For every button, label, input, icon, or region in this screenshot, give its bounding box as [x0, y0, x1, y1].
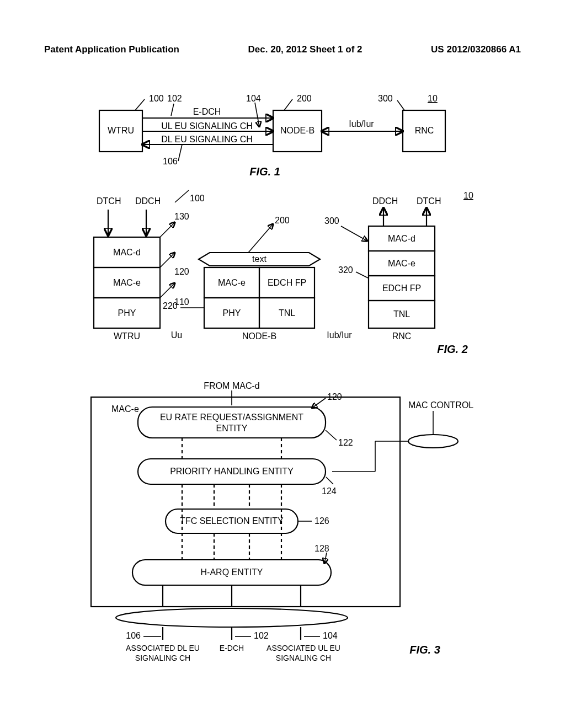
ddch-r: DDCH: [372, 196, 398, 206]
rnc-label: RNC: [415, 126, 434, 135]
ul-label: UL EU SIGNALING CH: [161, 121, 253, 131]
ref-200: 200: [297, 94, 312, 103]
ul-ch-2: SIGNALING CH: [276, 654, 331, 662]
from-macd: FROM MAC-d: [204, 381, 259, 390]
wtru-mace: MAC-e: [113, 278, 141, 287]
ref-106: 106: [163, 157, 178, 166]
dl-label: DL EU SIGNALING CH: [161, 135, 253, 144]
ref-120-c: 120: [327, 392, 342, 402]
fig2-title: FIG. 2: [437, 343, 468, 355]
mace-label: MAC-e: [111, 404, 139, 414]
svg-line-6: [171, 104, 174, 116]
rnc-edchfp: EDCH FP: [382, 283, 421, 293]
nodeb-bottom: NODE-B: [242, 331, 276, 341]
figure-2: MAC-d MAC-e PHY WTRU DTCH DDCH 130 120 1…: [66, 182, 497, 366]
ddch-l: DDCH: [135, 196, 161, 206]
dl-ch-1: ASSOCIATED DL EU: [126, 644, 200, 652]
ref-124: 124: [322, 486, 337, 496]
rnc-mace: MAC-e: [388, 259, 415, 268]
ref-102-c: 102: [254, 631, 269, 640]
nb-edchfp: EDCH FP: [268, 278, 306, 287]
uu-label: Uu: [171, 330, 182, 340]
svg-point-25: [408, 435, 458, 448]
nb-tnl: TNL: [279, 308, 295, 318]
ref-102: 102: [167, 94, 182, 103]
header-right: US 2012/0320866 A1: [431, 44, 521, 55]
ref-300: 300: [378, 94, 393, 103]
tfc-l: TFC SELECTION ENTITY: [180, 516, 284, 526]
harq-l: H-ARQ ENTITY: [201, 568, 263, 577]
nb-mace: MAC-e: [218, 278, 246, 287]
ref-122: 122: [338, 438, 353, 447]
wtru-phy: PHY: [118, 308, 136, 318]
ref-200-b: 200: [275, 216, 290, 225]
ref-120: 120: [174, 267, 189, 276]
rnc-macd: MAC-d: [388, 234, 415, 243]
dtch-l: DTCH: [97, 196, 121, 206]
ref-106-c: 106: [126, 631, 141, 640]
dtch-r: DTCH: [417, 196, 441, 206]
page-header: Patent Application Publication Dec. 20, …: [44, 44, 521, 55]
svg-point-45: [116, 608, 348, 627]
ref-104: 104: [246, 94, 261, 103]
svg-rect-30: [138, 407, 326, 438]
header-left: Patent Application Publication: [44, 44, 179, 55]
ref-10-b: 10: [463, 191, 473, 200]
iub-label2: Iub/Iur: [327, 330, 352, 340]
nb-phy: PHY: [223, 308, 241, 318]
priority-l: PRIORITY HANDLING ENTITY: [170, 467, 294, 476]
ref-130: 130: [174, 212, 189, 221]
rate-l1: EU RATE REQUEST/ASSIGNMENT: [160, 413, 303, 422]
fig1-title: FIG. 1: [249, 165, 280, 178]
iub-label: Iub/Iur: [349, 119, 374, 129]
figure-3: MAC-e FROM MAC-d 120 MAC CONTROL EU RATE…: [66, 375, 497, 675]
text-label: text: [252, 254, 266, 264]
wtru-label: WTRU: [108, 126, 134, 135]
ref-100: 100: [149, 94, 164, 103]
header-center: Dec. 20, 2012 Sheet 1 of 2: [248, 44, 363, 55]
dl-ch-2: SIGNALING CH: [135, 654, 190, 662]
page: Patent Application Publication Dec. 20, …: [0, 0, 565, 728]
figure-1: WTRU NODE-B RNC E-DCH UL EU SIGNALING CH…: [83, 94, 469, 190]
nodeb-label: NODE-B: [280, 126, 315, 135]
rnc-bottom: RNC: [392, 331, 412, 341]
wtru-bottom: WTRU: [114, 331, 140, 341]
rnc-tnl: TNL: [393, 309, 410, 319]
ref-126: 126: [315, 516, 329, 526]
edch-label: E-DCH: [193, 107, 221, 116]
ref-10: 10: [428, 94, 438, 103]
ref-100-b: 100: [190, 194, 205, 203]
ref-128: 128: [315, 544, 329, 553]
ref-104-c: 104: [323, 631, 338, 640]
wtru-macd: MAC-d: [113, 248, 141, 257]
ref-300-b: 300: [324, 216, 339, 226]
ul-ch-1: ASSOCIATED UL EU: [266, 644, 340, 652]
edch-l: E-DCH: [220, 644, 244, 652]
ref-220: 220: [163, 301, 178, 311]
ref-320: 320: [338, 265, 353, 275]
mac-control: MAC CONTROL: [408, 400, 473, 410]
rate-l2: ENTITY: [216, 424, 248, 433]
fig3-title: FIG. 3: [409, 644, 440, 656]
